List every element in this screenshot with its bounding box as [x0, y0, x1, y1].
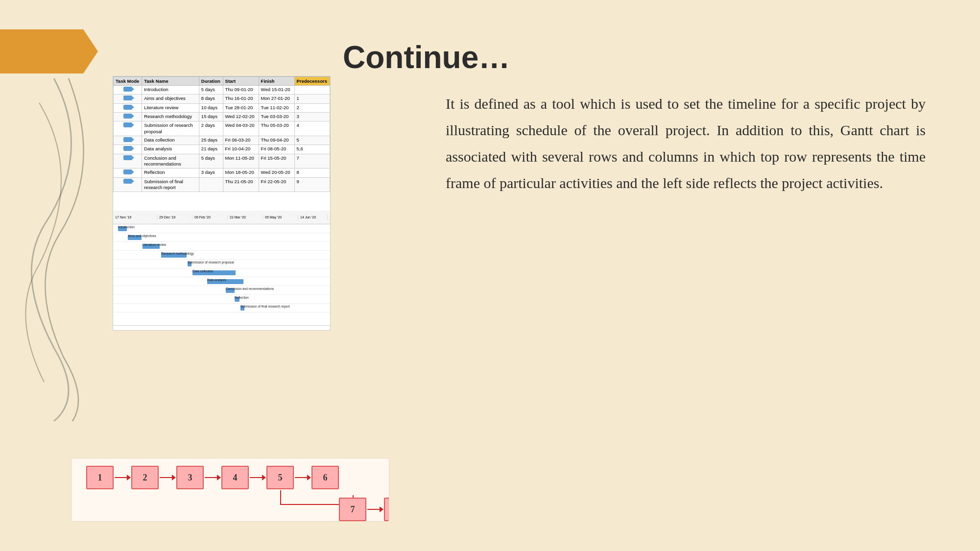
start-cell: Mon 11-05-20 [223, 154, 259, 168]
col-start: Start [223, 77, 259, 86]
col-finish: Finish [259, 77, 294, 86]
task-mode-cell [114, 103, 142, 112]
flow-arrow-1-2 [115, 477, 130, 478]
flow-box-8: 8 [384, 498, 389, 521]
decorative-lines [15, 78, 113, 421]
task-mode-cell [114, 86, 142, 95]
gantt-bar [207, 279, 243, 284]
bar-label: Submission of final research report [240, 305, 289, 308]
duration-cell: 21 days [199, 145, 223, 154]
col-task-mode: Task Mode [114, 77, 142, 86]
duration-cell: 25 days [199, 136, 223, 145]
pred-cell [294, 86, 330, 95]
table-row: Reflection 3 days Mon 18-05-20 Wed 20-05… [114, 168, 330, 177]
pred-cell: 4 [294, 121, 330, 136]
bar-label: Submission of research proposal [188, 261, 234, 264]
start-cell: Wed 04-03-20 [223, 121, 259, 136]
bar-row: Introduction [113, 224, 330, 233]
col-predecessors: Predecessors [294, 77, 330, 86]
bar-row: Research methodology [113, 251, 330, 260]
duration-cell [199, 177, 223, 192]
task-name-cell: Literature review [142, 103, 199, 112]
task-name-cell: Data analysis [142, 145, 199, 154]
start-cell: Thu 09-01-20 [223, 86, 259, 95]
gantt-bars: 17 Nov '19 29 Dec '19 09 Feb '20 22 Mar … [113, 211, 331, 326]
table-row: Literature review 10 days Tue 28-01-20 T… [114, 103, 330, 112]
task-mode-cell [114, 136, 142, 145]
pred-cell: 5 [294, 136, 330, 145]
flow-diagram: 1 2 3 4 5 6 7 8 [71, 458, 389, 522]
task-name-cell: Conclusion and recommendations [142, 154, 199, 168]
task-mode-cell [114, 95, 142, 103]
task-name-cell: Data collection [142, 136, 199, 145]
flow-box-2: 2 [131, 466, 159, 489]
task-name-cell: Introduction [142, 86, 199, 95]
task-mode-cell [114, 177, 142, 192]
timeline-1: 17 Nov '19 [113, 215, 157, 220]
flow-box-1: 1 [86, 466, 114, 489]
pred-cell: 1 [294, 95, 330, 103]
bar-row: Submission of final research report [113, 304, 330, 312]
gantt-bar [128, 235, 142, 240]
bar-row: Reflection [113, 295, 330, 304]
finish-cell: Fri 22-05-20 [259, 177, 294, 192]
duration-cell: 5 days [199, 154, 223, 168]
finish-cell: Wed 20-05-20 [259, 168, 294, 177]
pred-cell: 7 [294, 154, 330, 168]
task-mode-cell [114, 113, 142, 121]
pred-cell: 2 [294, 103, 330, 112]
timeline-2: 29 Dec '19 [157, 215, 192, 220]
start-cell: Fri 06-03-20 [223, 136, 259, 145]
finish-cell: Thu 09-04-20 [259, 136, 294, 145]
timeline-3: 09 Feb '20 [192, 215, 228, 220]
slide-title: Continue… [343, 39, 510, 75]
bar-row: Data collection [113, 268, 330, 277]
right-content: It is defined as a tool which is used to… [421, 76, 950, 211]
pred-cell: 3 [294, 113, 330, 121]
table-row: Data analysis 21 days Fri 10-04-20 Fri 0… [114, 145, 330, 154]
table-row: Aims and objectives 8 days Thu 16-01-20 … [114, 95, 330, 103]
task-name-cell: Submission of final research report [142, 177, 199, 192]
timeline-5: 05 May '20 [263, 215, 298, 220]
flow-arrow-5-6 [295, 477, 311, 478]
finish-cell: Tue 11-02-20 [259, 103, 294, 112]
task-mode-cell [114, 121, 142, 136]
flow-box-6: 6 [311, 466, 339, 489]
gantt-bar [192, 270, 236, 275]
timeline-4: 22 Mar '20 [228, 215, 263, 220]
finish-cell: Thu 05-03-20 [259, 121, 294, 136]
table-row: Research methodology 15 days Wed 12-02-2… [114, 113, 330, 121]
duration-cell: 5 days [199, 86, 223, 95]
gantt-bar [188, 262, 191, 266]
duration-cell: 3 days [199, 168, 223, 177]
gantt-bar [240, 306, 244, 311]
gantt-bar [161, 253, 187, 258]
gantt-table: Task Mode Task Name Duration Start Finis… [113, 76, 330, 192]
pred-cell: 8 [294, 168, 330, 177]
duration-cell: 10 days [199, 103, 223, 112]
gantt-bar [118, 226, 127, 231]
table-row: Submission of final research report Thu … [114, 177, 330, 192]
flow-arrow-4-5 [250, 477, 265, 478]
duration-cell: 8 days [199, 95, 223, 103]
flow-box-4: 4 [221, 466, 249, 489]
table-row: Conclusion and recommendations 5 days Mo… [114, 154, 330, 168]
flow-row: 1 2 3 4 5 6 7 8 [81, 463, 379, 516]
start-cell: Thu 21-05-20 [223, 177, 259, 192]
gantt-bar [143, 244, 160, 249]
finish-cell: Wed 15-01-20 [259, 86, 294, 95]
table-row: Submission of research proposal 2 days W… [114, 121, 330, 136]
finish-cell: Fri 15-05-20 [259, 154, 294, 168]
flow-arrow-3-4 [205, 477, 220, 478]
task-name-cell: Aims and objectives [142, 95, 199, 103]
task-name-cell: Reflection [142, 168, 199, 177]
col-duration: Duration [199, 77, 223, 86]
duration-cell: 15 days [199, 113, 223, 121]
bar-row: Conclusion and recommendations [113, 286, 330, 295]
start-cell: Mon 18-05-20 [223, 168, 259, 177]
gantt-bar [235, 297, 239, 302]
bar-row: Submission of research proposal [113, 260, 330, 268]
col-task-name: Task Name [142, 77, 199, 86]
table-row: Introduction 5 days Thu 09-01-20 Wed 15-… [114, 86, 330, 95]
flow-arrow-7-8 [367, 509, 383, 510]
